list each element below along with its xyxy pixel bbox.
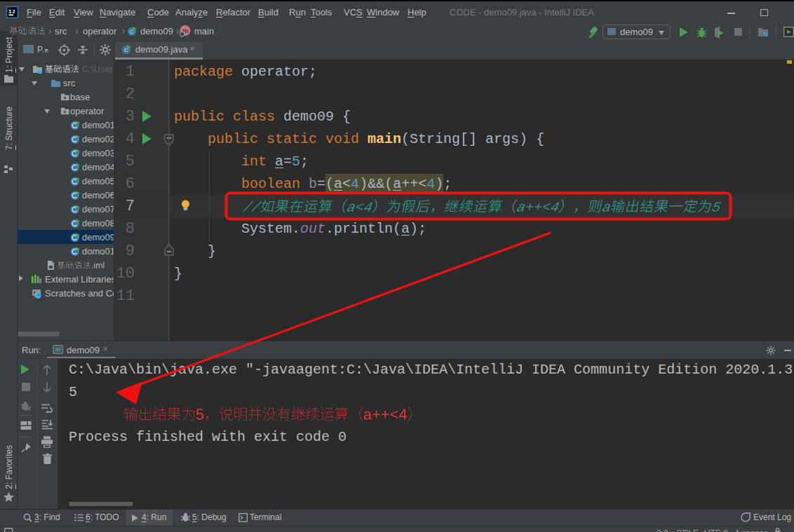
svg-text:IJ: IJ	[8, 8, 15, 15]
